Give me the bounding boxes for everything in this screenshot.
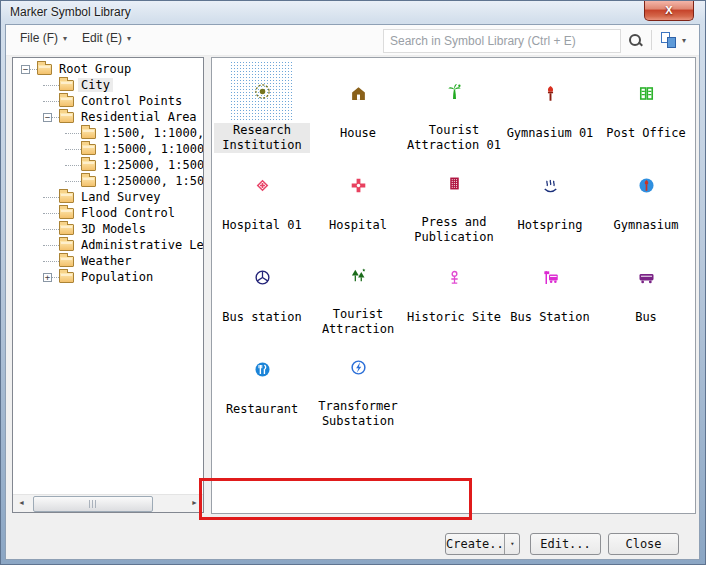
create-split-button[interactable]: Create.. ▾ [445,533,520,555]
symbol-cell[interactable]: Transformer Substation [310,337,406,429]
create-dropdown-arrow-icon[interactable]: ▾ [504,534,520,554]
tree-item-label: Population [78,270,156,284]
pages-icon [660,32,678,48]
expand-icon[interactable]: + [43,273,52,282]
search-icon[interactable] [628,33,642,47]
folder-icon [37,64,52,75]
folder-icon [59,208,74,219]
symbol-label: Gymnasium 01 [507,126,594,141]
folder-icon [81,176,96,187]
symbol-cell[interactable]: Hospital 01 [214,153,310,245]
close-window-button[interactable]: X [644,1,694,21]
tree-item[interactable]: Control Points [13,93,203,109]
folder-icon [59,256,74,267]
tree-item[interactable]: 1:25000, 1:50000 [13,157,203,173]
symbol-cell[interactable]: Hospital [310,153,406,245]
marker-symbol-library-window: Marker Symbol Library X File (F) ▾ Edit … [0,0,706,565]
menu-edit[interactable]: Edit (E) ▾ [82,31,131,45]
symbol-cell[interactable]: Hotspring [502,153,598,245]
tree-item[interactable]: −Residential Area [13,109,203,125]
folder-icon [59,112,74,123]
trees-icon [350,267,367,284]
hotspring-icon [542,177,559,194]
menu-bar: File (F) ▾ Edit (E) ▾ ▾ [6,25,699,56]
house-icon [350,85,367,102]
group-tree: −Root GroupCityControl Points−Residentia… [13,61,203,495]
edit-button[interactable]: Edit... [530,533,601,555]
symbol-box [614,153,678,217]
tree-item[interactable]: Land Survey [13,189,203,205]
symbol-cell[interactable]: Bus Station [502,245,598,337]
group-tree-panel: −Root GroupCityControl Points−Residentia… [12,57,204,513]
symbol-library-search-box [383,29,621,53]
symbol-cell[interactable]: Bus station [214,245,310,337]
symbol-label: Bus station [222,310,301,325]
symbol-box [518,245,582,309]
tree-horizontal-scrollbar[interactable]: ◄ ► [13,494,203,512]
symbol-grid: Research InstitutionHouseTourist Attract… [214,61,694,429]
torch-icon [542,85,559,102]
tree-item[interactable]: Administrative Lev [13,237,203,253]
symbol-view-mode-button[interactable]: ▾ [660,30,698,50]
symbol-cell[interactable]: Gymnasium [598,153,694,245]
symbol-box [326,61,390,125]
tree-item[interactable]: +Population [13,269,203,285]
tree-item[interactable]: Flood Control [13,205,203,221]
tree-item-label: 1:500, 1:1000, 1: [100,126,203,140]
symbol-cell[interactable]: Post Office [598,61,694,153]
collapse-icon[interactable]: − [21,65,30,74]
symbol-cell[interactable]: Tourist Attraction [310,245,406,337]
tree-connector [43,197,59,198]
symbol-label: Restaurant [226,402,298,417]
tree-item[interactable]: Weather [13,253,203,269]
tree-connector [43,213,59,214]
tree-connector [43,229,59,230]
tree-item-label: Root Group [56,62,134,76]
tree-item[interactable]: 1:250000, 1:5000 [13,173,203,189]
symbol-cell[interactable]: Tourist Attraction 01 [406,61,502,153]
tree-connector [30,69,37,70]
symbol-box [230,153,294,217]
symbol-label: Bus [635,310,657,325]
symbol-library-search-input[interactable] [384,30,620,52]
tree-item[interactable]: −Root Group [13,61,203,77]
tree-connector [43,101,59,102]
chevron-down-icon: ▾ [127,34,131,43]
menu-file-label: File (F) [20,31,58,45]
symbol-label: Hotspring [517,218,582,233]
chevron-down-icon: ▾ [682,36,686,45]
folder-icon [59,80,74,91]
tree-connector [65,165,81,166]
tree-connector [65,149,81,150]
close-button[interactable]: Close [608,533,679,555]
tree-item-label: Weather [78,254,135,268]
tree-connector [52,117,59,118]
symbol-cell[interactable]: Restaurant [214,337,310,429]
tree-connector [52,277,59,278]
folder-icon [59,96,74,107]
symbol-cell[interactable]: Bus [598,245,694,337]
symbol-label: Post Office [606,126,685,141]
menu-file[interactable]: File (F) ▾ [20,31,67,45]
collapse-icon[interactable]: − [43,113,52,122]
tree-item[interactable]: 1:5000, 1:10000 [13,141,203,157]
tree-item[interactable]: 1:500, 1:1000, 1: [13,125,203,141]
scroll-left-icon[interactable]: ◄ [13,495,30,511]
tree-item-label: Residential Area [78,110,200,124]
tree-item[interactable]: 3D Models [13,221,203,237]
symbol-box [614,61,678,125]
symbol-cell[interactable]: House [310,61,406,153]
symbol-cell[interactable]: Research Institution [214,61,310,153]
scrollbar-thumb[interactable] [33,496,153,512]
tree-item[interactable]: City [13,77,203,93]
create-button[interactable]: Create.. [446,534,504,554]
symbol-cell[interactable]: Gymnasium 01 [502,61,598,153]
tree-connector [43,261,59,262]
folder-icon [81,128,96,139]
symbol-box [230,337,294,401]
symbol-cell[interactable]: Press and Publication [406,153,502,245]
symbol-box [422,61,486,122]
symbol-cell[interactable]: Historic Site [406,245,502,337]
bus-stop-icon [542,269,559,286]
scroll-right-icon[interactable]: ► [186,495,203,511]
